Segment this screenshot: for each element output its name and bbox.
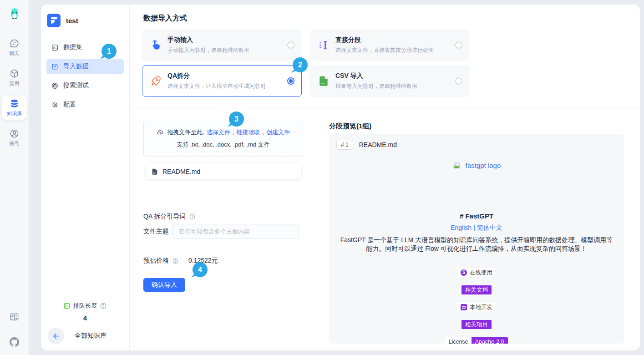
rail-nav: 聊天 应用 知识库: [2, 36, 27, 150]
uploaded-file-item[interactable]: M README.md: [146, 163, 301, 179]
badge-license: License Apache-2.0: [445, 337, 507, 344]
mode-texts: CSV 导入 批量导入问答对，是最精准的数据: [335, 72, 417, 90]
badge-related-projects: 相关项目: [461, 320, 492, 329]
kb-sidebar: test 数据集 导入数据: [41, 5, 130, 350]
back-label: 全部知识库: [75, 332, 106, 340]
mode-card-direct-segment[interactable]: 直接分段 选择文本文件，直接将其按分段进行处理: [310, 29, 470, 61]
mode-texts: 直接分段 选择文本文件，直接将其按分段进行处理: [335, 36, 434, 54]
rocket-icon: [150, 75, 162, 87]
queue-length-label: 排队长度: [73, 302, 97, 310]
queue-chart-icon: [63, 302, 71, 309]
mode-card-csv-import[interactable]: csv CSV 导入 批量导入问答对，是最精准的数据: [310, 65, 470, 97]
queue-length-row: 排队长度: [41, 302, 129, 310]
search-test-icon: [51, 82, 59, 90]
topic-input[interactable]: [172, 224, 299, 239]
dropzone-support-text: 支持 .txt, .doc, .docx, .pdf, .md 文件: [177, 141, 269, 149]
dataset-icon: [51, 44, 59, 51]
radio-manual-input[interactable]: [287, 41, 294, 49]
qa-guide-row: QA 拆分引导词: [143, 213, 196, 221]
broken-image-row: fastgpt logo: [336, 161, 617, 170]
topic-label: 文件主题: [143, 228, 169, 236]
s-circle-icon: S: [461, 269, 467, 276]
chunk-header: # 1 README.md: [336, 140, 617, 150]
price-label: 预估价格: [143, 257, 169, 265]
price-row: 预估价格 0.12522元: [143, 257, 218, 265]
dropzone-text: 拖拽文件至此,: [167, 128, 204, 137]
step-badge-4: 4: [193, 262, 208, 277]
sidebar-item-settings[interactable]: 配置: [46, 97, 124, 112]
text-segment-icon: [318, 39, 330, 51]
back-button[interactable]: [48, 328, 64, 344]
badge-label: 本地开发: [470, 303, 492, 312]
uploaded-file-name: README.md: [162, 168, 200, 175]
english-link[interactable]: English: [451, 224, 472, 231]
help-icon[interactable]: [172, 258, 179, 264]
sidebar-item-search-test[interactable]: 搜索测试: [46, 78, 124, 93]
workspace-name: test: [66, 17, 78, 25]
sidebar-item-import-data[interactable]: 导入数据: [46, 59, 124, 74]
apps-icon: [9, 68, 20, 79]
readme-heading: # FastGPT: [336, 212, 617, 220]
account-icon: [9, 128, 20, 139]
mode-texts: QA拆分 选择文本文件，让大模型自动生成问答对: [167, 72, 266, 90]
fastgpt-mascot-icon: [7, 5, 22, 21]
back-to-all-kb[interactable]: 全部知识库: [41, 328, 129, 344]
mode-name: CSV 导入: [335, 72, 417, 80]
link-read-link[interactable]: 链接读取: [236, 128, 260, 137]
chunk-file-name: README.md: [359, 141, 397, 148]
fastgpt-logo-icon: [47, 14, 61, 27]
step-badge-3: 3: [229, 112, 244, 127]
hand-pointer-icon: [150, 39, 162, 51]
rail-item-knowledge-base[interactable]: 知识库: [2, 96, 27, 120]
radio-csv-import[interactable]: [455, 77, 462, 85]
select-file-link[interactable]: 选择文件: [207, 128, 230, 137]
qa-guide-label: QA 拆分引导词: [143, 213, 186, 221]
rail-item-chat[interactable]: 聊天: [2, 36, 27, 60]
mode-name: 直接分段: [335, 36, 434, 44]
preview-card: # 1 README.md fastgpt logo # FastGPT: [329, 134, 624, 344]
badge-docs: 相关文档: [461, 285, 492, 294]
workspace-panel: test 数据集 导入数据: [41, 5, 640, 350]
help-icon[interactable]: [100, 302, 107, 309]
badge-license-label: License: [445, 337, 471, 344]
sidebar-item-label: 导入数据: [63, 62, 89, 71]
mode-desc: 手动输入问答对，是最精准的数据: [167, 46, 249, 54]
file-dropzone[interactable]: 拖拽文件至此, 选择文件, 链接读取, 创建文件 支持 .txt, .doc, …: [143, 120, 303, 157]
image-alt-link[interactable]: fastgpt logo: [466, 162, 501, 169]
radio-direct-segment[interactable]: [455, 41, 462, 49]
mode-card-qa-split[interactable]: QA拆分 选择文本文件，让大模型自动生成问答对: [142, 65, 302, 97]
sidebar-item-label: 配置: [63, 101, 76, 109]
mode-name: QA拆分: [167, 72, 266, 80]
svg-text:M: M: [153, 171, 155, 174]
separator: ,: [233, 129, 234, 136]
laptop-dev-icon: [461, 304, 467, 310]
rail-item-account[interactable]: 账号: [2, 126, 27, 150]
language-links: English|简体中文: [336, 224, 617, 232]
chat-icon: [9, 38, 20, 49]
app-rail: 聊天 应用 知识库: [0, 0, 29, 355]
mode-desc: 批量导入问答对，是最精准的数据: [335, 82, 417, 90]
mode-name: 手动输入: [167, 36, 249, 44]
sidebar-item-label: 搜索测试: [63, 81, 89, 90]
rail-item-label: 应用: [10, 80, 20, 87]
rail-footer: [9, 311, 20, 348]
rail-item-label: 聊天: [10, 50, 20, 57]
simplified-chinese-link[interactable]: 简体中文: [477, 224, 502, 231]
docs-book-icon[interactable]: [9, 311, 20, 323]
radio-qa-split[interactable]: [287, 77, 294, 85]
badge-label: 在线使用: [470, 268, 492, 277]
github-icon[interactable]: [9, 336, 20, 348]
markdown-preview: fastgpt logo # FastGPT English|简体中文 Fast…: [336, 161, 617, 344]
badge-online-use: S 在线使用: [457, 268, 496, 277]
section-divider: [130, 107, 640, 107]
sidebar-bottom: 排队长度 4 全部知识库: [41, 302, 129, 344]
import-main: 数据导入方式 手动输入 手动输入问答对，是最精准的数据: [130, 5, 640, 350]
database-icon: [9, 98, 20, 109]
badge-license-value: Apache-2.0: [472, 337, 508, 344]
rail-item-apps[interactable]: 应用: [2, 66, 27, 90]
info-icon[interactable]: [189, 213, 196, 220]
rail-item-label: 账号: [10, 140, 20, 147]
mode-card-manual-input[interactable]: 手动输入 手动输入问答对，是最精准的数据: [142, 29, 302, 61]
create-file-link[interactable]: 创建文件: [266, 128, 290, 137]
confirm-import-button[interactable]: 确认导入: [143, 278, 185, 292]
